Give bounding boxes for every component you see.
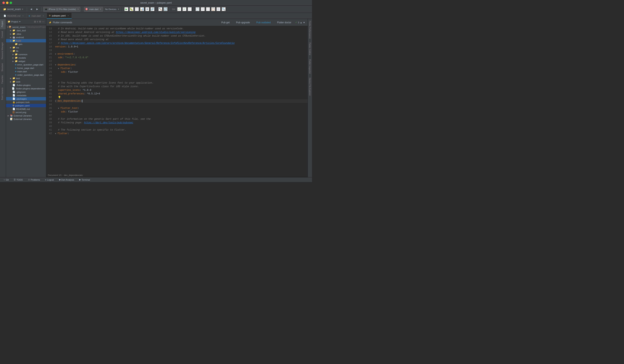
git-push-button[interactable]: ↑ (187, 7, 192, 11)
tree-item-metadata[interactable]: 📄 .metadata (6, 94, 46, 97)
bottom-tab-terminal[interactable]: ▶ Terminal (77, 177, 92, 182)
tab-maindart[interactable]: ◈ main.dart × (26, 13, 47, 19)
tree-item-flutter-plugins-deps[interactable]: 📄 .flutter-plugins-dependencies (6, 87, 46, 90)
tree-settings-icon[interactable]: ⚙ (39, 20, 41, 23)
problems-icon: ⚠ (28, 178, 30, 181)
debug-button[interactable]: 🐛 (130, 7, 134, 11)
history-button[interactable]: 🕐 (195, 7, 200, 11)
flutter-doctor-button[interactable]: Flutter doctor (275, 21, 294, 24)
tree-label: web (16, 81, 20, 83)
tree-item-main-dart[interactable]: ◈ main.dart (6, 70, 46, 73)
tree-item-test[interactable]: ▶ 📁 test (6, 76, 46, 80)
tree-item-scratches[interactable]: 📝 External Libraries (6, 117, 46, 121)
bottom-tab-git[interactable]: ⑂ Git (1, 177, 11, 182)
bottom-tab-problems[interactable]: ⚠ Problems (26, 177, 42, 182)
tree-item-packages[interactable]: 📄 .packages (6, 97, 46, 100)
tree-scope-icon[interactable]: ⊞ (34, 20, 36, 23)
tree-title: 📁 Project ▼ (8, 20, 21, 23)
code-editor[interactable]: 13 14 15 16 17 18 19 20 21 22 23 24 25 2… (46, 26, 308, 173)
no-devices-selector[interactable]: No Devices ▼ (104, 7, 121, 12)
branches-button[interactable]: ⑂ (206, 7, 210, 11)
expand-button[interactable]: ⊞ (216, 7, 221, 11)
profile-button[interactable]: ⏱ (135, 7, 139, 11)
stop-button[interactable]: ⏹ (145, 7, 150, 11)
expand-arrow: ▶ (10, 47, 12, 49)
tab-pubspec[interactable]: ⚙ pubspec.yaml × (47, 13, 72, 19)
expand-arrow: ▶ (10, 81, 12, 83)
annotate-button[interactable]: 📋 (211, 7, 215, 11)
tree-item-root[interactable]: ▼ 📦 secret_exam ~/development/Projects..… (6, 25, 46, 29)
bottom-toolbar: ⑂ Git ☰ TODO ⚠ Problems ≡ Logcat ◆ Dart … (0, 177, 312, 182)
attach-button[interactable]: 🔗 (150, 7, 155, 11)
main-layout: Project Commit Resource Manager Structur… (0, 19, 312, 177)
search-button[interactable]: 🔍 (222, 7, 226, 11)
tree-item-gitignore[interactable]: 📄 .gitignore (6, 90, 46, 94)
tree-item-widget[interactable]: ▶ 📁 widget (6, 59, 46, 63)
revert-button[interactable]: ↺ (201, 7, 205, 11)
maximize-button[interactable] (10, 1, 12, 4)
tab-maindart-close[interactable]: × (42, 14, 45, 17)
device-selector[interactable]: 📱 iPhone 12 Pro Max (mobile) ▼ (43, 7, 80, 12)
git-commit-button[interactable]: ✓ (182, 7, 187, 11)
back-button[interactable]: ◀ (28, 7, 34, 12)
pub-upgrade-button[interactable]: Pub upgrade (234, 21, 252, 24)
folder-icon: 📁 (12, 46, 15, 49)
side-tab-resource-manager[interactable]: Resource Manager (0, 40, 6, 61)
project-section: 📁 secret_exam ▼ (1, 8, 25, 11)
run-button[interactable]: ▶ (124, 7, 129, 11)
code-text[interactable]: # In Android, build-name is used as vers… (53, 26, 308, 173)
coverage-button[interactable]: 📊 (140, 7, 144, 11)
minimize-button[interactable] (6, 1, 8, 4)
side-tab-favorites[interactable]: Favorites (0, 73, 6, 86)
tree-item-dart-tool[interactable]: ▶ 📁 .dart_tool (6, 29, 46, 32)
side-tab-build-variants[interactable]: Build Variants (0, 86, 6, 102)
bottom-tab-dart-analysis[interactable]: ◆ Dart Analysis (57, 177, 77, 182)
tree-item-home-page[interactable]: ◈ home_page.dart (6, 66, 46, 70)
side-tab-commit[interactable]: Commit (0, 29, 6, 40)
tab-readme[interactable]: 📄 README.md × (1, 13, 26, 19)
tree-item-pubspec-yaml[interactable]: ⚙ pubspec.yaml (6, 104, 46, 107)
forward-button[interactable]: ▶ (35, 7, 40, 12)
git-update-button[interactable]: ✓ (177, 7, 182, 11)
run-config-selector[interactable]: 🎯 main.dart ▼ (84, 7, 103, 12)
folder-icon: 📁 (12, 50, 15, 52)
tree-item-web[interactable]: ▶ 📁 web (6, 80, 46, 83)
tree-item-external-libs[interactable]: ▶ 📚 External Libraries (6, 114, 46, 117)
folder-icon: 📁 (15, 43, 18, 45)
tree-item-flutter-plugins[interactable]: 📄 .flutter-plugins (6, 83, 46, 87)
right-tab-flutter-outline[interactable]: Flutter Outline (308, 41, 312, 57)
tree-item-models[interactable]: ▶ 📁 models (6, 56, 46, 59)
right-tab-flutter-inspector[interactable]: Flutter Inspector (308, 57, 312, 76)
right-tab-device-file-explorer[interactable]: Device File Explorer (308, 76, 312, 98)
side-tab-project[interactable]: Project (0, 19, 6, 29)
side-tab-structure[interactable]: Structure (0, 61, 6, 73)
tab-readme-close[interactable]: × (22, 14, 24, 17)
tree-item-common[interactable]: ▶ 📁 common (6, 53, 46, 56)
tree-item-android[interactable]: ▶ 🤖 android (6, 36, 46, 39)
tree-item-build[interactable]: ▶ 📁 build (6, 39, 46, 42)
tab-pubspec-close[interactable]: × (67, 14, 70, 17)
tree-item-idea[interactable]: ▶ 📁 .idea (6, 32, 46, 36)
device-dropdown-arrow: ▼ (77, 8, 79, 10)
bottom-tab-logcat[interactable]: ≡ Logcat (43, 177, 56, 182)
tree-close-icon[interactable]: — (42, 20, 44, 23)
tree-collapse-icon[interactable]: ≡ (37, 20, 38, 23)
build-button[interactable]: 🔨 (158, 7, 163, 11)
close-button[interactable] (2, 1, 5, 4)
tree-item-error-page[interactable]: ◈ error_question_page.dart (6, 63, 46, 66)
tree-item-readme[interactable]: 📄 README.md (6, 107, 46, 111)
tree-item-lib[interactable]: ▼ 📁 lib (6, 49, 46, 53)
tree-item-ios[interactable]: ▶ 📁 ios (6, 46, 46, 49)
dart-run-icon: 🎯 (85, 8, 88, 10)
tree-item-pubspec-lock[interactable]: 🔒 pubspec.lock (6, 100, 46, 104)
sync-button[interactable]: 🔄 (163, 7, 168, 11)
tree-item-gen[interactable]: 📁 gen (6, 42, 46, 46)
tree-item-order-page[interactable]: ◈ order_question_page.dart (6, 73, 46, 76)
right-tab-flutter-performance[interactable]: Flutter Performance (308, 19, 312, 41)
pub-get-button[interactable]: Pub get (219, 21, 232, 24)
right-side-tabs: Flutter Performance Flutter Outline Flut… (308, 19, 312, 177)
pub-outdated-button[interactable]: Pub outdated (254, 21, 273, 24)
yaml-file-icon: ⚙ (12, 104, 14, 107)
bottom-tab-todo[interactable]: ☰ TODO (12, 177, 25, 182)
tree-item-secret-png[interactable]: 🖼 secret.png (6, 111, 46, 114)
